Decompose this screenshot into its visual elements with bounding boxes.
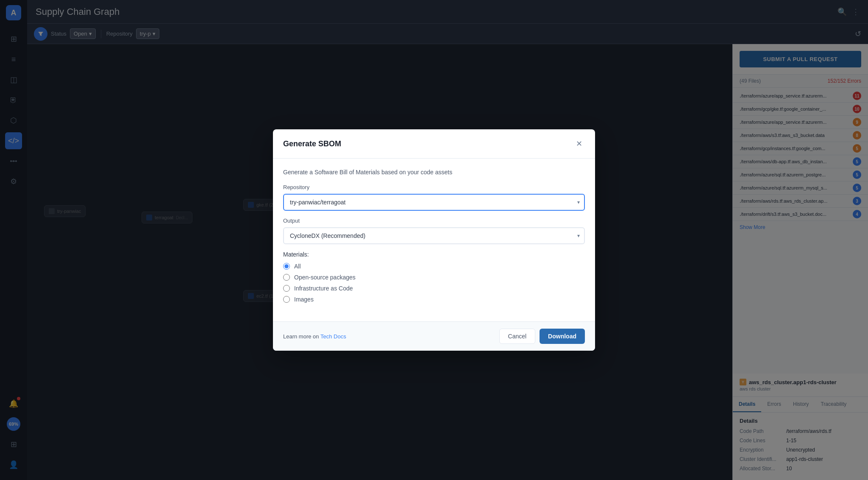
learn-more-text: Learn more on Tech Docs (283, 333, 346, 340)
generate-sbom-modal: Generate SBOM ✕ Generate a Software Bill… (273, 129, 595, 351)
tech-docs-link[interactable]: Tech Docs (320, 333, 346, 340)
radio-images-label: Images (294, 296, 314, 303)
modal-body: Generate a Software Bill of Materials ba… (273, 159, 595, 321)
output-field-label: Output (283, 218, 585, 224)
radio-iac-input[interactable] (283, 285, 290, 292)
modal-actions: Cancel Download (499, 329, 585, 344)
radio-iac[interactable]: Infrastructure as Code (283, 285, 585, 292)
materials-label: Materials: (283, 251, 585, 258)
download-button[interactable]: Download (540, 329, 585, 344)
materials-radio-group: All Open-source packages Infrastructure … (283, 263, 585, 303)
output-select-wrapper: CycloneDX (Recommended) ▾ (283, 227, 585, 244)
repository-select-wrapper: try-panwiac/terragoat ▾ (283, 194, 585, 211)
radio-open-source[interactable]: Open-source packages (283, 274, 585, 281)
repository-field-label: Repository (283, 184, 585, 190)
modal-header: Generate SBOM ✕ (273, 129, 595, 159)
output-select[interactable]: CycloneDX (Recommended) (283, 227, 585, 244)
modal-overlay: Generate SBOM ✕ Generate a Software Bill… (0, 0, 868, 480)
radio-images-input[interactable] (283, 296, 290, 303)
radio-open-source-label: Open-source packages (294, 274, 356, 281)
modal-close-button[interactable]: ✕ (573, 138, 585, 150)
radio-iac-label: Infrastructure as Code (294, 285, 353, 292)
modal-footer: Learn more on Tech Docs Cancel Download (273, 321, 595, 351)
radio-all-input[interactable] (283, 263, 290, 270)
radio-all[interactable]: All (283, 263, 585, 270)
modal-description: Generate a Software Bill of Materials ba… (283, 169, 585, 176)
repository-select[interactable]: try-panwiac/terragoat (283, 194, 585, 211)
radio-open-source-input[interactable] (283, 274, 290, 281)
radio-all-label: All (294, 263, 301, 270)
cancel-button[interactable]: Cancel (499, 329, 536, 344)
modal-title: Generate SBOM (283, 140, 341, 148)
radio-images[interactable]: Images (283, 296, 585, 303)
